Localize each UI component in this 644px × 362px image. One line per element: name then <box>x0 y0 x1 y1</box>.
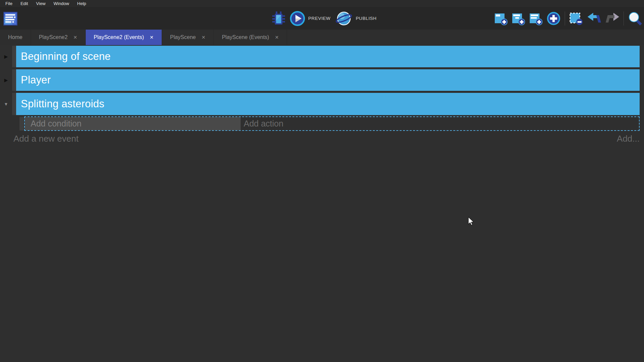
event-drag-handle[interactable] <box>12 93 16 115</box>
tab-playscene2-events[interactable]: PlayScene2 (Events) ✕ <box>86 30 162 45</box>
add-subevent-icon <box>512 12 525 25</box>
add-comment-button[interactable] <box>529 12 542 25</box>
publish-button[interactable]: PUBLISH <box>335 11 376 26</box>
project-manager-icon <box>3 11 17 26</box>
undo-icon <box>587 12 601 25</box>
event-group-player[interactable]: Player <box>16 69 640 91</box>
gdevelop-window: File Edit View Window Help <box>0 0 644 362</box>
close-tab-icon[interactable]: ✕ <box>201 35 205 40</box>
add-event-row: Add a new event Add... <box>13 134 640 144</box>
close-tab-icon[interactable]: ✕ <box>275 35 279 40</box>
tab-label: Home <box>8 34 23 40</box>
close-tab-icon[interactable]: ✕ <box>73 35 77 40</box>
redo-icon <box>605 12 619 25</box>
add-subevent-button[interactable] <box>512 12 525 25</box>
event-selection-outline[interactable]: Add condition Add action <box>24 116 640 131</box>
collapse-arrow-icon[interactable]: ▼ <box>0 93 12 115</box>
publish-label: PUBLISH <box>356 16 376 21</box>
tab-bar: Home PlayScene2 ✕ PlayScene2 (Events) ✕ … <box>0 30 644 45</box>
selected-empty-event: Add condition Add action <box>0 116 640 131</box>
events-sheet: ▶ Beginning of scene ▶ Player ▼ Splittin… <box>0 45 644 362</box>
tab-home[interactable]: Home <box>0 30 31 45</box>
expand-arrow-icon[interactable]: ▶ <box>0 46 12 67</box>
undo-button[interactable] <box>587 12 601 25</box>
add-condition-area[interactable]: Add condition <box>25 117 241 130</box>
toolbar-separator <box>565 11 565 26</box>
group-title: Player <box>21 74 51 86</box>
expand-arrow-icon[interactable]: ▶ <box>0 69 12 91</box>
add-event-button[interactable] <box>494 12 508 25</box>
menu-file[interactable]: File <box>1 0 16 7</box>
tab-label: PlayScene (Events) <box>222 34 269 40</box>
search-events-button[interactable] <box>628 11 642 26</box>
event-drag-handle[interactable] <box>12 69 16 91</box>
add-action-area[interactable]: Add action <box>241 117 639 130</box>
choose-add-button[interactable] <box>547 11 561 26</box>
add-new-event-button[interactable]: Add a new event <box>13 134 79 144</box>
toolbar-right-group <box>494 7 642 30</box>
add-event-icon <box>494 12 508 25</box>
toolbar-separator <box>623 11 624 26</box>
event-drag-handle[interactable] <box>19 117 24 131</box>
group-title: Splitting asteroids <box>21 98 105 110</box>
add-more-menu-button[interactable]: Add... <box>617 134 640 144</box>
main-toolbar: PREVIEW PUBLISH <box>0 7 644 30</box>
menu-edit[interactable]: Edit <box>16 0 32 7</box>
menu-view[interactable]: View <box>32 0 49 7</box>
tab-playscene2[interactable]: PlayScene2 ✕ <box>31 30 86 45</box>
circle-plus-icon <box>547 11 561 26</box>
planet-icon <box>335 11 353 26</box>
delete-selection-icon <box>569 11 583 26</box>
event-drag-handle[interactable] <box>12 46 16 67</box>
close-tab-icon[interactable]: ✕ <box>150 35 154 40</box>
event-group-row: ▼ Splitting asteroids <box>0 93 640 115</box>
tab-label: PlayScene2 <box>39 34 68 40</box>
menu-window[interactable]: Window <box>49 0 73 7</box>
menu-help[interactable]: Help <box>73 0 90 7</box>
event-group-row: ▶ Player <box>0 69 640 91</box>
add-comment-icon <box>529 12 542 25</box>
event-group-row: ▶ Beginning of scene <box>0 46 640 67</box>
play-circle-icon <box>290 11 305 26</box>
tab-label: PlayScene <box>170 34 196 40</box>
search-icon <box>628 11 642 26</box>
project-manager-button[interactable] <box>3 11 17 27</box>
tab-playscene-events[interactable]: PlayScene (Events) ✕ <box>214 30 287 45</box>
preview-label: PREVIEW <box>308 16 330 21</box>
toolbar-center-group: PREVIEW PUBLISH <box>272 7 376 30</box>
tab-playscene[interactable]: PlayScene ✕ <box>162 30 214 45</box>
event-group-beginning-of-scene[interactable]: Beginning of scene <box>16 46 640 67</box>
menu-bar: File Edit View Window Help <box>0 0 644 7</box>
preview-button[interactable]: PREVIEW <box>290 11 330 26</box>
group-title: Beginning of scene <box>21 50 111 63</box>
delete-selection-button[interactable] <box>569 11 583 26</box>
event-group-splitting-asteroids[interactable]: Splitting asteroids <box>16 93 640 115</box>
bug-icon <box>272 11 285 26</box>
redo-button[interactable] <box>605 12 619 25</box>
debugger-button[interactable] <box>272 11 285 26</box>
tab-label: PlayScene2 (Events) <box>94 34 144 40</box>
